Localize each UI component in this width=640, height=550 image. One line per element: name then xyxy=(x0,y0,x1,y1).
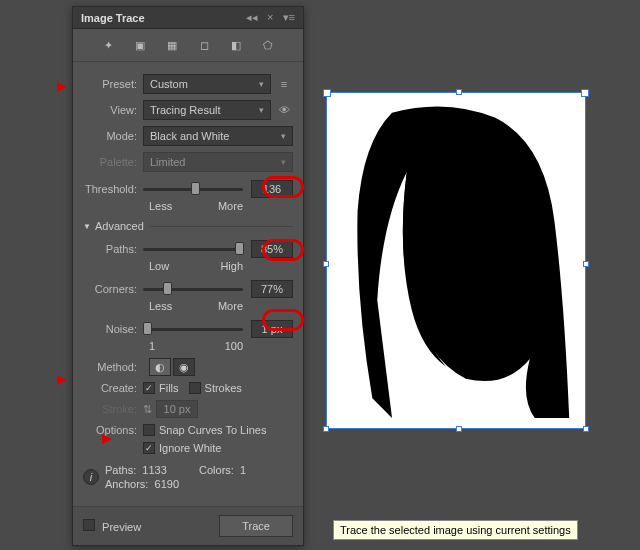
paths-slider[interactable] xyxy=(143,242,243,256)
view-select[interactable]: Tracing Result xyxy=(143,100,271,120)
noise-value[interactable]: 1 px xyxy=(251,320,293,338)
mode-label: Mode: xyxy=(83,130,143,142)
noise-label: Noise: xyxy=(83,323,143,335)
options-label: Options: xyxy=(83,424,143,436)
fills-checkbox[interactable]: ✓ xyxy=(143,382,155,394)
palette-label: Palette: xyxy=(83,156,143,168)
view-label: View: xyxy=(83,104,143,116)
method-abutting-icon[interactable]: ◐ xyxy=(149,358,171,376)
menu-icon[interactable]: ▾≡ xyxy=(283,11,295,23)
noise-slider[interactable] xyxy=(143,322,243,336)
trace-tooltip: Trace the selected image using current s… xyxy=(333,520,578,540)
strokes-label: Strokes xyxy=(205,382,242,394)
threshold-slider[interactable] xyxy=(143,182,243,196)
threshold-value[interactable]: 136 xyxy=(251,180,293,198)
low-color-icon[interactable]: ▦ xyxy=(163,37,181,53)
image-trace-panel: Image Trace ◂◂ × ▾≡ ✦ ▣ ▦ ◻ ◧ ⬠ Preset: … xyxy=(72,6,304,546)
annotation-arrow-icon xyxy=(57,375,67,385)
corners-value[interactable]: 77% xyxy=(251,280,293,298)
mode-select[interactable]: Black and White xyxy=(143,126,293,146)
grayscale-icon[interactable]: ◻ xyxy=(195,37,213,53)
paths-value[interactable]: 85% xyxy=(251,240,293,258)
close-icon[interactable]: × xyxy=(267,11,273,23)
snap-checkbox[interactable] xyxy=(143,424,155,436)
palette-select: Limited xyxy=(143,152,293,172)
preset-menu-icon[interactable]: ≡ xyxy=(275,78,293,90)
high-color-icon[interactable]: ▣ xyxy=(131,37,149,53)
stroke-label: Stroke: xyxy=(83,403,143,415)
threshold-label: Threshold: xyxy=(83,183,143,195)
info-readout: Paths: 1133 Colors: 1 Anchors: 6190 xyxy=(105,464,246,490)
method-label: Method: xyxy=(83,361,143,373)
preview-label: Preview xyxy=(102,521,141,533)
panel-header: Image Trace ◂◂ × ▾≡ xyxy=(73,7,303,29)
info-icon: i xyxy=(83,469,99,485)
stroke-link-icon: ⇅ xyxy=(143,403,152,416)
annotation-arrow-icon xyxy=(102,434,112,444)
advanced-toggle[interactable]: Advanced xyxy=(83,220,293,232)
canvas-artboard[interactable] xyxy=(326,92,586,429)
method-overlapping-icon[interactable]: ◉ xyxy=(173,358,195,376)
stroke-value: 10 px xyxy=(156,400,198,418)
ignore-white-label: Ignore White xyxy=(159,442,221,454)
corners-label: Corners: xyxy=(83,283,143,295)
black-white-icon[interactable]: ◧ xyxy=(227,37,245,53)
traced-image xyxy=(337,103,575,418)
snap-label: Snap Curves To Lines xyxy=(159,424,266,436)
auto-color-icon[interactable]: ✦ xyxy=(99,37,117,53)
trace-button[interactable]: Trace xyxy=(219,515,293,537)
fills-label: Fills xyxy=(159,382,179,394)
eye-icon[interactable]: 👁 xyxy=(275,104,293,116)
create-label: Create: xyxy=(83,382,143,394)
preset-icon-row: ✦ ▣ ▦ ◻ ◧ ⬠ xyxy=(73,29,303,62)
paths-label: Paths: xyxy=(83,243,143,255)
outline-icon[interactable]: ⬠ xyxy=(259,37,277,53)
collapse-icon[interactable]: ◂◂ xyxy=(246,11,258,23)
preview-checkbox[interactable] xyxy=(83,519,95,531)
annotation-arrow-icon xyxy=(57,82,67,92)
preset-select[interactable]: Custom xyxy=(143,74,271,94)
strokes-checkbox[interactable] xyxy=(189,382,201,394)
corners-slider[interactable] xyxy=(143,282,243,296)
panel-title: Image Trace xyxy=(81,12,145,24)
preset-label: Preset: xyxy=(83,78,143,90)
ignore-white-checkbox[interactable]: ✓ xyxy=(143,442,155,454)
